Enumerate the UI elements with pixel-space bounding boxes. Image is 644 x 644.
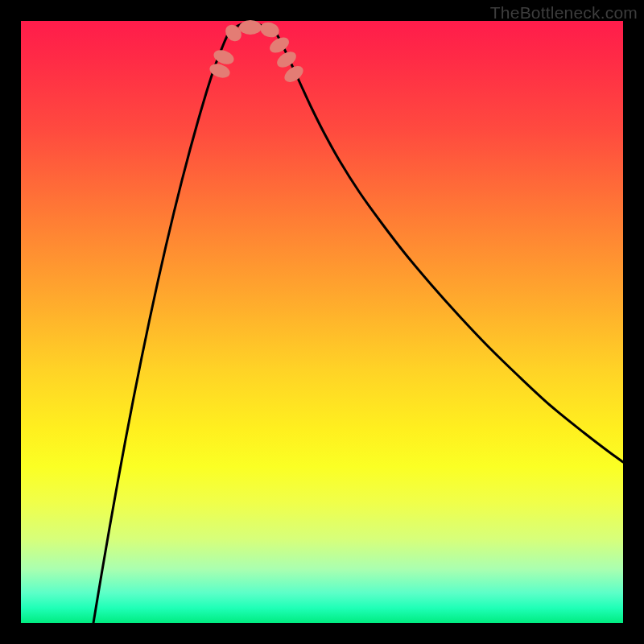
curve-path [93,23,623,623]
bottleneck-curve [93,23,623,623]
chart-frame: TheBottleneck.com [0,0,644,644]
plot-area [21,21,623,623]
curve-markers [208,20,306,85]
watermark-text: TheBottleneck.com [490,3,638,23]
chart-svg [21,21,623,623]
marker-m4 [239,20,262,35]
